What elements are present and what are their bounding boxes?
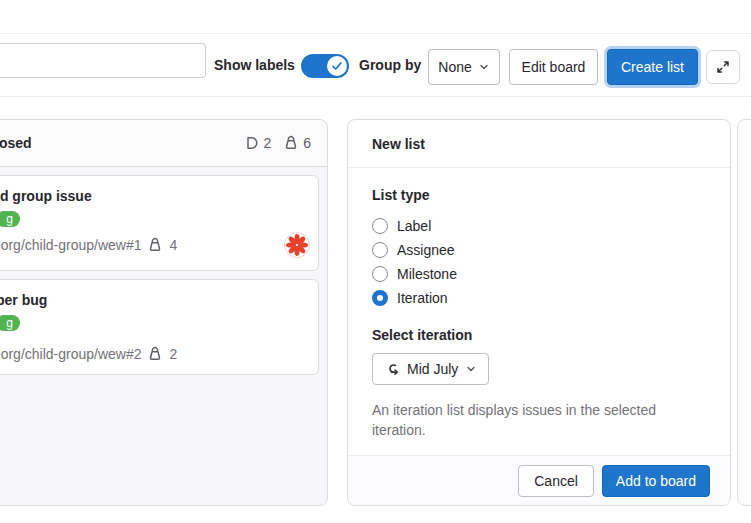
issue-reference: -org/child-group/wew#1 [0,237,142,253]
new-list-panel: New list List type Label Assignee Milest… [347,119,731,506]
radio-option-text: Label [397,218,431,234]
list-type-label: List type [372,187,706,203]
group-by-value: None [438,59,471,75]
column-header[interactable]: osed 2 6 [0,120,327,167]
show-labels-toggle[interactable] [301,54,349,78]
board-column-closed: osed 2 6 ld group issue g -o [0,119,328,506]
radio-option-text: Iteration [397,290,448,306]
create-list-label: Create list [621,59,684,75]
issue-card[interactable]: ber bug g -org/child-group/wew#2 2 [0,279,319,375]
group-by-label: Group by [359,57,421,73]
issue-reference: -org/child-group/wew#2 [0,346,142,362]
weight-icon [147,237,163,253]
iteration-value: Mid July [407,361,458,377]
board-page: Show labels Group by None Edit board Cre… [0,0,751,523]
issue-label-badge[interactable]: g [0,315,20,331]
issue-count: 2 [263,135,271,151]
add-to-board-label: Add to board [616,473,696,489]
toggle-knob [327,56,347,76]
column-body: ld group issue g -org/child-group/wew#1 … [0,167,327,505]
radio-option-text: Milestone [397,266,457,282]
radio-option-assignee[interactable]: Assignee [372,238,706,262]
radio-option-text: Assignee [397,242,455,258]
issue-title: ld group issue [0,188,310,204]
weight-total: 6 [303,135,311,151]
chevron-down-icon [478,61,490,73]
radio-button[interactable] [372,242,388,258]
create-list-button[interactable]: Create list [607,49,698,85]
radio-option-iteration[interactable]: Iteration [372,286,706,310]
edit-board-button[interactable]: Edit board [509,49,598,85]
cancel-button[interactable]: Cancel [518,465,594,497]
select-iteration-label: Select iteration [372,327,706,343]
column-counters: 2 6 [243,135,311,151]
weight-icon [147,346,163,362]
radio-option-label[interactable]: Label [372,214,706,238]
label-text: g [6,212,13,226]
iteration-description: An iteration list displays issues in the… [372,400,706,441]
new-list-header: New list [348,120,730,168]
iteration-icon [384,361,400,377]
avatar-identicon [285,233,309,257]
radio-button[interactable] [372,218,388,234]
issue-weight: 4 [170,237,178,253]
check-icon [331,60,343,72]
new-list-footer: Cancel Add to board [348,455,730,505]
maximize-icon [715,59,731,75]
issue-card[interactable]: ld group issue g -org/child-group/wew#1 … [0,175,319,271]
issue-weight: 2 [170,346,178,362]
iteration-dropdown[interactable]: Mid July [372,353,489,385]
add-to-board-button[interactable]: Add to board [602,465,710,497]
label-text: g [6,316,13,330]
filter-input[interactable] [0,43,206,78]
radio-button-selected[interactable] [372,290,388,306]
radio-option-milestone[interactable]: Milestone [372,262,706,286]
issue-meta-row: -org/child-group/wew#2 2 [0,346,310,362]
group-by-dropdown[interactable]: None [428,49,500,85]
board-toolbar: Show labels Group by None Edit board Cre… [0,33,751,97]
cancel-label: Cancel [534,473,578,489]
issue-meta-row: -org/child-group/wew#1 4 [0,232,310,258]
chevron-down-icon [465,363,477,375]
new-list-body: List type Label Assignee Milestone Itera… [348,168,730,441]
radio-button[interactable] [372,266,388,282]
issues-icon [243,135,259,151]
show-labels-label: Show labels [214,57,295,73]
assignee-avatar[interactable] [284,232,310,258]
issue-label-badge[interactable]: g [0,211,20,227]
new-list-title: New list [372,136,425,152]
edit-board-label: Edit board [522,59,586,75]
column-title: osed [0,135,32,151]
fullscreen-button[interactable] [706,50,740,84]
next-column-edge [737,119,751,506]
issue-title: ber bug [0,292,310,308]
weight-icon [283,135,299,151]
